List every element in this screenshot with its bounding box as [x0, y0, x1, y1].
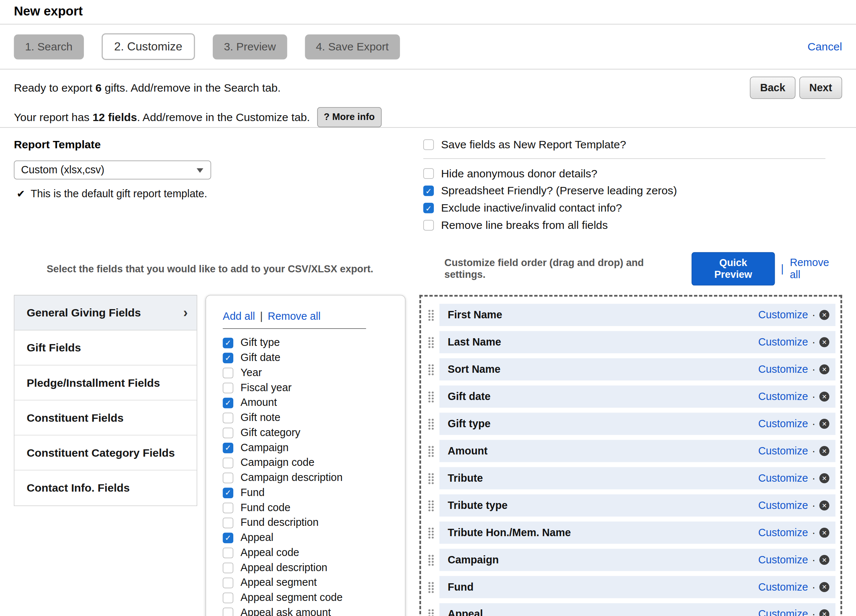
category-pledge-installment-fields[interactable]: Pledge/Installment Fields — [14, 365, 197, 400]
field-fund[interactable]: ✓Fund — [223, 487, 388, 499]
customize-link[interactable]: Customize — [758, 608, 808, 616]
customize-link[interactable]: Customize — [758, 499, 808, 511]
remove-field-icon[interactable]: ✕ — [819, 310, 829, 320]
field-gift-category[interactable]: Gift category — [223, 427, 388, 439]
field-fund-description[interactable]: Fund description — [223, 517, 388, 529]
checkbox-checked-icon[interactable]: ✓ — [423, 203, 434, 213]
back-button[interactable]: Back — [750, 77, 795, 99]
checkbox-unchecked-icon[interactable] — [223, 473, 233, 483]
checkbox-unchecked-icon[interactable] — [223, 593, 233, 603]
customize-link[interactable]: Customize — [758, 554, 808, 566]
cancel-link[interactable]: Cancel — [807, 40, 842, 53]
remove-field-icon[interactable]: ✕ — [819, 473, 829, 483]
remove-all-link[interactable]: Remove all — [268, 311, 320, 323]
customize-link[interactable]: Customize — [758, 445, 808, 457]
remove-field-icon[interactable]: ✕ — [819, 500, 829, 510]
remove-field-icon[interactable]: ✕ — [819, 337, 829, 347]
field-appeal-segment-code[interactable]: Appeal segment code — [223, 592, 388, 604]
checkbox-checked-icon[interactable]: ✓ — [223, 533, 233, 543]
checkbox-unchecked-icon[interactable] — [223, 413, 233, 423]
field-gift-type[interactable]: ✓Gift type — [223, 337, 388, 349]
checkbox-unchecked-icon[interactable] — [223, 578, 233, 588]
remove-field-icon[interactable]: ✕ — [819, 364, 829, 374]
category-general-giving-fields[interactable]: General Giving Fields› — [14, 296, 197, 330]
quick-preview-button[interactable]: Quick Preview — [691, 252, 775, 286]
customize-link[interactable]: Customize — [758, 418, 808, 430]
customize-link[interactable]: Customize — [758, 527, 808, 539]
option-hide-anonymous-donor-details[interactable]: Hide anonymous donor details? — [423, 167, 842, 180]
remove-field-icon[interactable]: ✕ — [819, 582, 829, 592]
field-fund-code[interactable]: Fund code — [223, 502, 388, 514]
step-tab-4-save-export[interactable]: 4. Save Export — [305, 34, 400, 59]
option-remove-line-breaks-from-all-fields[interactable]: Remove line breaks from all fields — [423, 219, 842, 232]
drag-handle-icon[interactable] — [428, 445, 434, 457]
step-tab-2-customize[interactable]: 2. Customize — [102, 34, 195, 60]
checkbox-unchecked-icon[interactable] — [223, 382, 233, 393]
checkbox-unchecked-icon[interactable] — [223, 608, 233, 616]
remove-field-icon[interactable]: ✕ — [819, 391, 829, 402]
checkbox-unchecked-icon[interactable] — [223, 562, 233, 573]
drag-handle-icon[interactable] — [428, 391, 434, 403]
checkbox-unchecked-icon[interactable] — [223, 367, 233, 378]
checkbox-unchecked-icon[interactable] — [223, 502, 233, 513]
step-tab-1-search[interactable]: 1. Search — [14, 34, 84, 59]
field-campaign[interactable]: ✓Campaign — [223, 442, 388, 454]
option-spreadsheet-friendly-preserve-leading-zeros[interactable]: ✓Spreadsheet Friendly? (Preserve leading… — [423, 184, 842, 197]
customize-link[interactable]: Customize — [758, 581, 808, 593]
add-all-link[interactable]: Add all — [223, 311, 255, 323]
category-gift-fields[interactable]: Gift Fields — [14, 330, 197, 365]
checkbox-unchecked-icon[interactable] — [223, 517, 233, 528]
drag-handle-icon[interactable] — [428, 418, 434, 430]
report-template-select[interactable]: Custom (xlsx,csv) — [14, 160, 211, 179]
remove-field-icon[interactable]: ✕ — [819, 555, 829, 565]
remove-field-icon[interactable]: ✕ — [819, 528, 829, 537]
field-appeal[interactable]: ✓Appeal — [223, 532, 388, 544]
checkbox-unchecked-icon[interactable] — [223, 427, 233, 438]
field-appeal-segment[interactable]: Appeal segment — [223, 577, 388, 589]
customize-link[interactable]: Customize — [758, 309, 808, 321]
drag-handle-icon[interactable] — [428, 336, 434, 348]
field-year[interactable]: Year — [223, 367, 388, 379]
field-appeal-code[interactable]: Appeal code — [223, 547, 388, 559]
checkbox-checked-icon[interactable]: ✓ — [223, 353, 233, 363]
field-fiscal-year[interactable]: Fiscal year — [223, 382, 388, 394]
field-campaign-code[interactable]: Campaign code — [223, 457, 388, 469]
remove-field-icon[interactable]: ✕ — [819, 446, 829, 456]
checkbox-checked-icon[interactable]: ✓ — [223, 488, 233, 498]
checkbox-checked-icon[interactable]: ✓ — [423, 185, 434, 196]
category-constituent-category-fields[interactable]: Constituent Category Fields — [14, 435, 197, 470]
drag-handle-icon[interactable] — [428, 581, 434, 593]
checkbox-unchecked-icon[interactable] — [223, 548, 233, 558]
checkbox-unchecked-icon[interactable] — [223, 457, 233, 468]
drag-handle-icon[interactable] — [428, 554, 434, 566]
category-constituent-fields[interactable]: Constituent Fields — [14, 400, 197, 435]
drag-handle-icon[interactable] — [428, 609, 434, 616]
more-info-button[interactable]: ? More info — [317, 107, 382, 127]
customize-link[interactable]: Customize — [758, 336, 808, 348]
checkbox-checked-icon[interactable]: ✓ — [223, 337, 233, 348]
field-gift-date[interactable]: ✓Gift date — [223, 351, 388, 363]
checkbox-unchecked-icon[interactable] — [423, 139, 434, 150]
checkbox-unchecked-icon[interactable] — [423, 168, 434, 179]
option-exclude-inactive-invalid-contact-info[interactable]: ✓Exclude inactive/invalid contact info? — [423, 202, 842, 214]
drag-handle-icon[interactable] — [428, 527, 434, 539]
remove-field-icon[interactable]: ✕ — [819, 609, 829, 616]
checkbox-unchecked-icon[interactable] — [423, 220, 434, 231]
option-save-fields-as-new-report-template[interactable]: Save fields as New Report Template? — [423, 139, 842, 151]
field-gift-note[interactable]: Gift note — [223, 411, 388, 424]
step-tab-3-preview[interactable]: 3. Preview — [213, 34, 287, 59]
remove-all-fields-link[interactable]: Remove all — [790, 257, 842, 281]
field-appeal-description[interactable]: Appeal description — [223, 562, 388, 574]
remove-field-icon[interactable]: ✕ — [819, 419, 829, 429]
customize-link[interactable]: Customize — [758, 390, 808, 403]
checkbox-checked-icon[interactable]: ✓ — [223, 442, 233, 453]
checkbox-checked-icon[interactable]: ✓ — [223, 397, 233, 408]
customize-link[interactable]: Customize — [758, 472, 808, 484]
field-appeal-ask-amount[interactable]: Appeal ask amount — [223, 607, 388, 616]
drag-handle-icon[interactable] — [428, 363, 434, 375]
field-amount[interactable]: ✓Amount — [223, 397, 388, 409]
drag-handle-icon[interactable] — [428, 500, 434, 511]
drag-handle-icon[interactable] — [428, 473, 434, 484]
drag-handle-icon[interactable] — [428, 309, 434, 321]
field-campaign-description[interactable]: Campaign description — [223, 471, 388, 484]
